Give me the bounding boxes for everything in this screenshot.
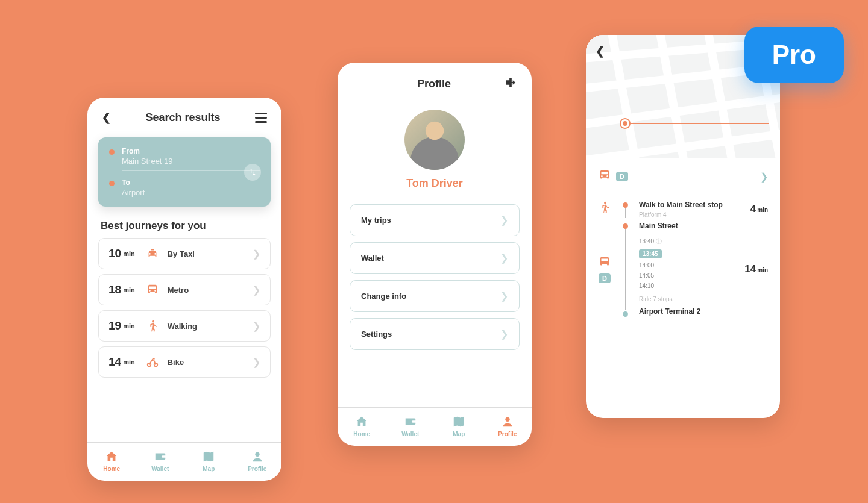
- bottom-nav: Home Wallet Map Profile: [338, 407, 532, 446]
- step-title: Walk to Main Street stop: [639, 201, 742, 210]
- departure-times: 13:40 ⓘ 13:45 14:00 14:05 14:10: [639, 231, 736, 291]
- chevron-right-icon: ❯: [760, 171, 768, 183]
- nav-wallet[interactable]: Wallet: [136, 450, 185, 472]
- journey-row-metro[interactable]: 18min Metro ❯: [98, 274, 271, 305]
- menu-wallet[interactable]: Wallet❯: [350, 242, 520, 274]
- step-walk: Walk to Main Street stop Platform 4 4min: [598, 201, 768, 218]
- chevron-right-icon: ❯: [253, 284, 260, 296]
- svg-point-6: [505, 417, 509, 422]
- from-value[interactable]: Main Street 19: [122, 157, 260, 166]
- svg-point-3: [209, 453, 212, 456]
- avatar[interactable]: [404, 110, 465, 170]
- menu-settings[interactable]: Settings❯: [350, 318, 520, 350]
- bus-icon: [146, 283, 159, 296]
- walk-icon: [598, 201, 611, 218]
- step-time: 4min: [750, 203, 768, 215]
- origin-dot-icon: [109, 149, 115, 155]
- menu-change-info[interactable]: Change info❯: [350, 280, 520, 312]
- section-title: Best journeys for you: [101, 220, 268, 232]
- route-card: From Main Street 19 To Airport: [98, 137, 271, 207]
- to-value[interactable]: Airport: [122, 188, 260, 197]
- logout-icon[interactable]: [504, 76, 517, 92]
- menu-my-trips[interactable]: My trips❯: [350, 204, 520, 236]
- route-badge: D: [616, 172, 628, 181]
- header: ❮ Search results: [87, 98, 281, 133]
- svg-point-0: [152, 320, 154, 323]
- back-icon[interactable]: ❮: [102, 111, 111, 124]
- step-title: Main Street: [639, 222, 736, 231]
- journey-row-walking[interactable]: 19min Walking ❯: [98, 310, 271, 342]
- swap-button[interactable]: [244, 164, 261, 181]
- journey-row-taxi[interactable]: 10min By Taxi ❯: [98, 238, 271, 269]
- bus-icon: [598, 255, 611, 271]
- step-sub: Platform 4: [639, 211, 742, 218]
- nav-map[interactable]: Map: [184, 450, 233, 472]
- nav-profile[interactable]: Profile: [233, 450, 282, 472]
- dest-dot-icon: [109, 181, 115, 186]
- taxi-icon: [146, 247, 159, 260]
- nav-wallet[interactable]: Wallet: [386, 415, 435, 437]
- to-label: To: [122, 178, 260, 187]
- pro-badge: Pro: [744, 27, 844, 83]
- nav-map[interactable]: Map: [435, 415, 483, 437]
- step-time: 14min: [744, 263, 768, 275]
- bottom-nav: Home Wallet Map Profile: [87, 442, 281, 481]
- bus-icon: [598, 169, 611, 184]
- chevron-right-icon: ❯: [500, 290, 508, 302]
- from-label: From: [122, 147, 260, 155]
- chevron-right-icon: ❯: [253, 320, 260, 332]
- step-end: Airport Terminal 2: [639, 307, 736, 317]
- chevron-right-icon: ❯: [253, 357, 260, 368]
- route-line: [624, 123, 769, 124]
- page-title: Profile: [417, 78, 451, 90]
- step-list: Walk to Main Street stop Platform 4 4min…: [586, 192, 780, 317]
- route-summary[interactable]: D ❯: [586, 158, 780, 192]
- origin-pin-icon: [621, 119, 629, 128]
- journey-row-bike[interactable]: 14min Bike ❯: [98, 346, 271, 378]
- chevron-right-icon: ❯: [500, 328, 508, 340]
- svg-point-4: [255, 452, 259, 457]
- chevron-right-icon: ❯: [500, 214, 508, 226]
- svg-point-5: [459, 418, 462, 421]
- chevron-right-icon: ❯: [500, 252, 508, 264]
- search-results-screen: ❮ Search results From Main Street 19 To …: [87, 98, 281, 481]
- walk-icon: [146, 319, 159, 333]
- nav-profile[interactable]: Profile: [483, 415, 532, 437]
- step-bus: D Main Street 13:40 ⓘ 13:45 14:00 14:05 …: [598, 222, 768, 317]
- ride-info: Ride 7 stops: [639, 291, 736, 307]
- menu-icon[interactable]: [255, 113, 267, 123]
- user-name: Tom Driver: [338, 177, 532, 190]
- bike-icon: [146, 355, 159, 369]
- profile-screen: Profile Tom Driver My trips❯ Wallet❯ Cha…: [338, 63, 532, 446]
- svg-point-7: [604, 202, 606, 204]
- nav-home[interactable]: Home: [87, 450, 136, 472]
- header: Profile: [338, 63, 532, 100]
- route-detail-screen: ❮ D ❯ Walk to Main Street stop Platform …: [586, 35, 780, 418]
- chevron-right-icon: ❯: [253, 248, 260, 260]
- back-icon[interactable]: ❮: [596, 45, 605, 58]
- nav-home[interactable]: Home: [338, 415, 386, 437]
- page-title: Search results: [145, 111, 220, 124]
- route-badge: D: [599, 273, 611, 283]
